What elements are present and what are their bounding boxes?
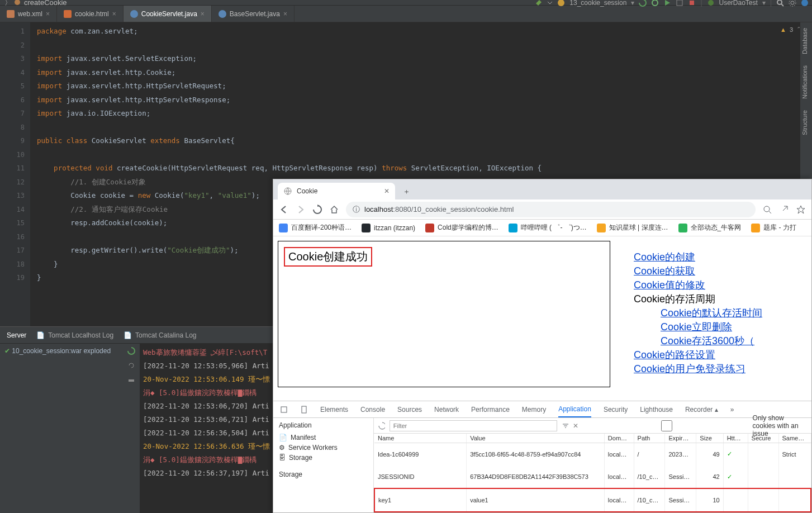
log-gutter <box>123 344 140 513</box>
home-icon[interactable] <box>329 205 339 215</box>
bookmark-item[interactable]: 全部动态_牛客网 <box>678 223 742 232</box>
tomcat-icon <box>557 0 565 7</box>
success-message: Cookie创建成功 <box>284 247 372 267</box>
link-default-life[interactable]: Cookie的默认存活时间 <box>661 307 762 319</box>
bookmark-item[interactable]: itzzan (itzzan) <box>362 224 415 232</box>
dropdown-icon[interactable] <box>547 0 553 6</box>
deploy-item[interactable]: 10_cookie_session:war exploded <box>12 347 111 355</box>
file-tab[interactable]: BaseServlet.java× <box>212 6 295 22</box>
address-bar[interactable]: ⓘ localhost:8080/10_cookie_session/cooki… <box>346 202 756 217</box>
deploy-icon[interactable] <box>127 376 135 384</box>
table-header[interactable]: Htt… <box>723 434 748 443</box>
bookmark-item[interactable]: 题库 - 力打 <box>751 223 796 232</box>
devtools-tab[interactable]: Performance <box>471 406 510 414</box>
side-storage[interactable]: 🗄 Storage <box>279 453 368 463</box>
table-header[interactable]: Same… <box>778 434 811 443</box>
device-icon[interactable] <box>300 406 308 414</box>
link-create[interactable]: Cookie的创建 <box>634 251 695 263</box>
link-delete-now[interactable]: Cookie立即删除 <box>661 321 732 332</box>
search-everywhere-icon[interactable] <box>776 0 784 7</box>
close-icon[interactable]: × <box>283 10 287 18</box>
table-header[interactable]: Dom… <box>604 434 634 443</box>
back-icon[interactable] <box>279 205 289 215</box>
sidebar-structure[interactable]: Structure <box>800 104 809 141</box>
devtools-tab[interactable]: Recorder ▴ <box>685 406 718 414</box>
link-path[interactable]: Cookie的路径设置 <box>634 349 715 360</box>
tab-catalina-log[interactable]: 📄 Tomcat Catalina Log <box>124 331 196 339</box>
bookmark-item[interactable]: 百度翻译-200种语… <box>279 223 352 232</box>
tab-label: CookieServlet.java <box>141 10 197 18</box>
cookies-table[interactable]: NameValueDom…PathExpir…SizeHtt…SecureSam… <box>374 434 811 512</box>
forward-icon[interactable] <box>296 205 306 215</box>
hammer-icon[interactable] <box>535 0 543 7</box>
devtools-tab[interactable]: Sources <box>397 406 422 414</box>
globe-icon <box>283 187 292 196</box>
run-config-name[interactable]: 13_cookie_session <box>569 0 626 7</box>
star-icon[interactable] <box>796 205 806 215</box>
new-tab-button[interactable]: ＋ <box>398 184 414 200</box>
sidebar-notifications[interactable]: Notifications <box>800 60 809 104</box>
debug-icon[interactable] <box>651 0 659 7</box>
tab-server[interactable]: Server <box>7 331 26 339</box>
devtools-tab[interactable]: Elements <box>320 406 348 414</box>
table-row[interactable]: Idea-1c6049993f5cc108-6f65-4c48-8759-ef9… <box>374 443 811 466</box>
link-3600s[interactable]: Cookie存活3600秒（ <box>661 335 754 346</box>
settings-icon[interactable] <box>789 0 796 7</box>
table-header[interactable]: Size <box>696 434 723 443</box>
devtools-tab[interactable]: Network <box>434 406 459 414</box>
coverage-icon[interactable] <box>676 0 683 7</box>
zoom-icon[interactable] <box>762 205 772 215</box>
devtools-tab[interactable]: Security <box>604 406 628 414</box>
clear-icon[interactable]: ✕ <box>573 422 578 430</box>
bookmark-item[interactable]: 知识星球 | 深度连… <box>597 223 668 232</box>
sidebar-database[interactable]: Database <box>800 22 809 60</box>
filter-input[interactable] <box>390 420 557 431</box>
table-header[interactable]: Value <box>467 434 605 443</box>
filter-options-icon[interactable] <box>562 422 568 430</box>
test-target[interactable]: UserDaoTest <box>719 0 758 7</box>
avatar-icon[interactable] <box>801 0 809 7</box>
side-service-workers[interactable]: ⚙ Service Workers <box>279 443 368 453</box>
only-issue-checkbox[interactable] <box>583 420 751 431</box>
file-tab[interactable]: web.xml× <box>0 6 57 22</box>
devtools-tab[interactable]: » <box>730 406 734 414</box>
reload-icon[interactable] <box>312 205 322 215</box>
bookmark-item[interactable]: Cold廖学编程的博… <box>425 223 498 232</box>
close-icon[interactable]: ✕ <box>384 187 390 195</box>
devtools-tab[interactable]: Lighthouse <box>640 406 673 414</box>
run-icon[interactable] <box>663 0 671 7</box>
link-get[interactable]: Cookie的获取 <box>634 265 695 277</box>
file-icon <box>7 10 15 18</box>
tab-localhost-log[interactable]: 📄 Tomcat Localhost Log <box>36 331 113 339</box>
file-tab[interactable]: cookie.html× <box>57 6 124 22</box>
table-header[interactable]: Secure <box>748 434 778 443</box>
info-icon[interactable]: ⓘ <box>353 205 360 215</box>
share-icon[interactable] <box>779 205 789 215</box>
gutter: 12345678▸910@111213141516171819 <box>0 22 30 326</box>
svg-line-14 <box>769 211 771 213</box>
close-icon[interactable]: × <box>112 10 116 18</box>
table-header[interactable]: Name <box>374 434 467 443</box>
refresh-icon[interactable] <box>378 422 385 430</box>
devtools-tab[interactable]: Memory <box>522 406 546 414</box>
svg-rect-4 <box>690 1 694 5</box>
devtools-tab[interactable]: Console <box>360 406 385 414</box>
browser-tab-active[interactable]: Cookie ✕ <box>278 183 395 200</box>
link-modify[interactable]: Cookie值的修改 <box>634 279 705 291</box>
tab-label: web.xml <box>18 10 42 18</box>
rerun-icon[interactable] <box>127 347 135 355</box>
table-header[interactable]: Path <box>634 434 665 443</box>
bookmark-item[interactable]: 哔哩哔哩 ( ゜- ゜)つ… <box>509 223 587 232</box>
inspect-icon[interactable] <box>280 406 288 414</box>
link-login[interactable]: Cookie的用户免登录练习 <box>634 363 745 374</box>
rerun-icon[interactable] <box>639 0 647 7</box>
file-tab[interactable]: CookieServlet.java× <box>124 6 212 22</box>
table-row[interactable]: key1value1local…/10_c…Sessi…10 <box>374 488 811 512</box>
table-header[interactable]: Expir… <box>665 434 696 443</box>
stop-all-icon[interactable] <box>127 362 135 369</box>
table-row[interactable]: JSESSIONID67B3A4D9D8FE8DB2A11442F39B38C5… <box>374 466 811 489</box>
side-manifest[interactable]: 📄 Manifest <box>279 433 368 443</box>
close-icon[interactable]: × <box>201 10 205 18</box>
close-icon[interactable]: × <box>46 10 50 18</box>
stop-icon[interactable] <box>688 0 696 7</box>
